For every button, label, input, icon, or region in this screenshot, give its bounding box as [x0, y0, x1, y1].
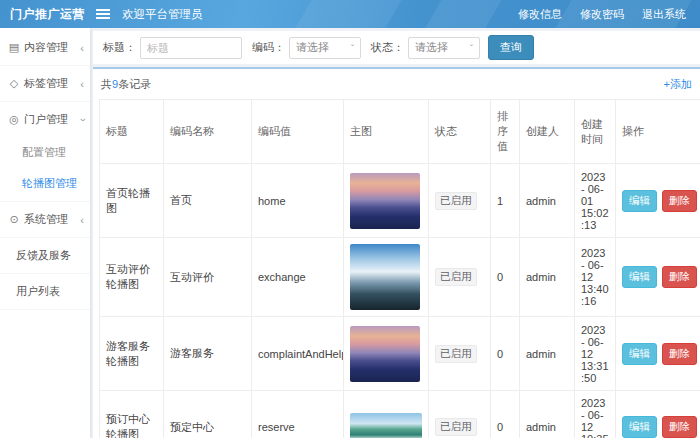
sidebar: ▤ 内容管理 ‹ ◇ 标签管理 ‹ ◎ 门户管理 ‹ 配置管理 轮播图管理 ⊙ …: [0, 28, 90, 438]
add-button[interactable]: +添加: [664, 77, 692, 92]
welcome-text: 欢迎平台管理员: [122, 7, 203, 22]
table-row: 预订中心轮播图 预定中心 reserve 已启用 0 admin 2023- 0…: [100, 391, 700, 438]
app-brand: 门户推广运营: [0, 6, 90, 23]
title-filter-input[interactable]: [140, 37, 242, 59]
chevron-left-icon: ‹: [80, 42, 84, 54]
edit-button[interactable]: 编辑: [622, 266, 657, 288]
chevron-left-icon: ‹: [80, 78, 84, 90]
col-created-time: 创建时间: [575, 100, 616, 164]
col-actions: 操作: [616, 100, 700, 164]
table-row: 互动评价轮播图 互动评价 exchange 已启用 0 admin 2023- …: [100, 238, 700, 317]
carousel-thumbnail: [350, 326, 420, 382]
sidebar-item-user-list[interactable]: 用户列表: [0, 274, 90, 310]
delete-button[interactable]: 删除: [662, 343, 697, 365]
portal-icon: ◎: [8, 113, 20, 126]
filter-bar: 标题： 编码： 请选择 ˇ 状态： 请选择 ˇ 查询: [93, 31, 700, 64]
edit-button[interactable]: 编辑: [622, 343, 657, 365]
table-row: 游客服务轮播图 游客服务 complaintAndHelp 已启用 0 admi…: [100, 317, 700, 391]
header-links: 修改信息 修改密码 退出系统: [518, 7, 700, 22]
main-content: 标题： 编码： 请选择 ˇ 状态： 请选择 ˇ 查询 共9条记录 +添加: [90, 28, 700, 438]
sidebar-item-content-mgmt[interactable]: ▤ 内容管理 ‹: [0, 30, 90, 66]
list-panel: 共9条记录 +添加 标题 编码名称 编码值 主图 状态 排序值 创建人: [93, 67, 700, 438]
sidebar-item-system-mgmt[interactable]: ⊙ 系统管理 ‹: [0, 202, 90, 238]
col-title: 标题: [100, 100, 164, 164]
change-password-link[interactable]: 修改密码: [580, 7, 624, 22]
code-filter-label: 编码：: [252, 40, 285, 55]
logout-link[interactable]: 退出系统: [642, 7, 686, 22]
tag-icon: ◇: [8, 77, 20, 90]
delete-button[interactable]: 删除: [662, 416, 697, 438]
carousel-thumbnail: [350, 173, 420, 229]
col-creator: 创建人: [520, 100, 575, 164]
sidebar-item-carousel-mgmt[interactable]: 轮播图管理: [0, 168, 90, 199]
sidebar-item-config-mgmt[interactable]: 配置管理: [0, 137, 90, 168]
col-sort: 排序值: [491, 100, 520, 164]
chevron-down-icon: ‹: [76, 118, 88, 122]
title-filter-label: 标题：: [103, 40, 136, 55]
edit-button[interactable]: 编辑: [622, 190, 657, 212]
col-main-image: 主图: [344, 100, 429, 164]
sidebar-item-portal-mgmt[interactable]: ◎ 门户管理 ‹: [0, 102, 90, 137]
table-row: 首页轮播图 首页 home 已启用 1 admin 2023- 06-01 15…: [100, 164, 700, 238]
delete-button[interactable]: 删除: [662, 266, 697, 288]
status-filter-select[interactable]: 请选择 ˇ: [408, 37, 480, 59]
record-count: 共9条记录: [101, 77, 151, 92]
col-status: 状态: [429, 100, 491, 164]
system-icon: ⊙: [8, 213, 20, 226]
col-code-name: 编码名称: [164, 100, 252, 164]
carousel-thumbnail: [350, 413, 422, 438]
status-badge: 已启用: [435, 345, 477, 363]
status-badge: 已启用: [435, 418, 477, 436]
edit-info-link[interactable]: 修改信息: [518, 7, 562, 22]
table-header-row: 标题 编码名称 编码值 主图 状态 排序值 创建人 创建时间 操作: [100, 100, 700, 164]
hamburger-menu-icon[interactable]: [96, 7, 110, 21]
code-filter-select[interactable]: 请选择 ˇ: [289, 37, 361, 59]
search-button[interactable]: 查询: [488, 35, 534, 60]
chevron-left-icon: ‹: [80, 214, 84, 226]
status-badge: 已启用: [435, 192, 477, 210]
edit-button[interactable]: 编辑: [622, 416, 657, 438]
col-code-value: 编码值: [252, 100, 344, 164]
top-header: 门户推广运营 欢迎平台管理员 修改信息 修改密码 退出系统: [0, 0, 700, 28]
content-icon: ▤: [8, 41, 20, 54]
status-badge: 已启用: [435, 268, 477, 286]
carousel-thumbnail: [350, 244, 420, 310]
sidebar-item-tag-mgmt[interactable]: ◇ 标签管理 ‹: [0, 66, 90, 102]
select-arrow-icon: ˇ: [351, 43, 354, 53]
sidebar-item-feedback[interactable]: 反馈及服务: [0, 238, 90, 274]
delete-button[interactable]: 删除: [662, 190, 697, 212]
status-filter-label: 状态：: [371, 40, 404, 55]
carousel-table: 标题 编码名称 编码值 主图 状态 排序值 创建人 创建时间 操作 首页轮播图: [99, 99, 700, 438]
select-arrow-icon: ˇ: [470, 43, 473, 53]
